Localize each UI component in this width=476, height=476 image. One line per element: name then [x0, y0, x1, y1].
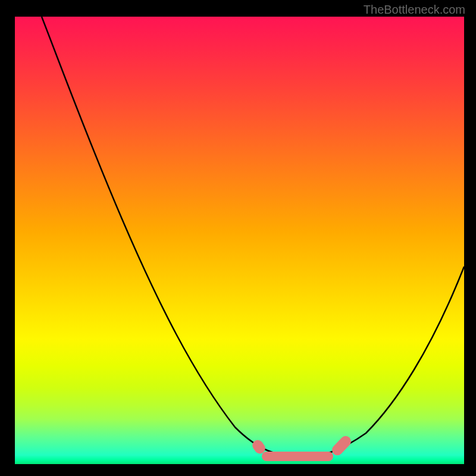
- bottleneck-curve: [15, 17, 464, 464]
- optimal-zone-middle: [262, 452, 333, 461]
- chart-plot-area: [15, 17, 464, 464]
- optimal-zone-right: [330, 434, 353, 458]
- watermark-text: TheBottleneck.com: [364, 3, 465, 17]
